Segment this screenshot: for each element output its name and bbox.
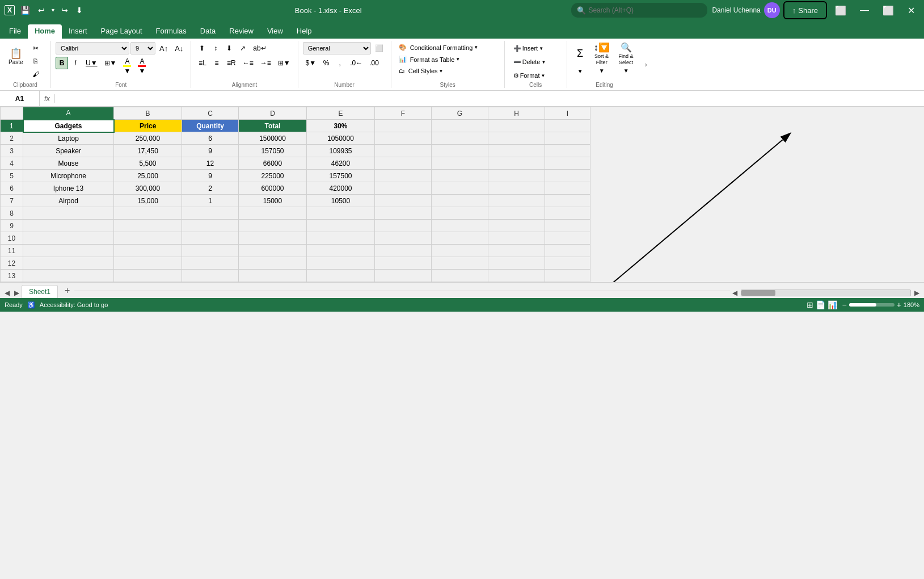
- cell-g5[interactable]: [432, 170, 488, 182]
- cut-button[interactable]: ✂: [29, 42, 42, 54]
- row-header-10[interactable]: 10: [1, 232, 23, 245]
- sheet-scroll-left[interactable]: ◀: [2, 288, 12, 298]
- cell-f4[interactable]: [375, 157, 432, 170]
- zoom-in-button[interactable]: +: [897, 300, 901, 309]
- tab-file[interactable]: File: [2, 24, 28, 39]
- cell-b5[interactable]: 25,000: [114, 170, 182, 182]
- col-header-i[interactable]: I: [545, 107, 590, 120]
- cell-g7[interactable]: [432, 195, 488, 207]
- tab-help[interactable]: Help: [290, 24, 319, 39]
- customize-qat-button[interactable]: ⬇: [74, 5, 85, 16]
- cell-i4[interactable]: [545, 157, 590, 170]
- col-header-b[interactable]: B: [114, 107, 182, 120]
- normal-view-button[interactable]: ⊞: [807, 300, 813, 309]
- font-size-select[interactable]: 9: [130, 42, 155, 54]
- find-select-dropdown[interactable]: ▼: [615, 65, 638, 75]
- cell-c7[interactable]: 1: [182, 195, 239, 207]
- copy-button[interactable]: ⎘: [29, 55, 42, 68]
- align-right-button[interactable]: ≡R: [224, 57, 239, 69]
- decrease-decimal-button[interactable]: .0←: [347, 57, 365, 69]
- cell-a4[interactable]: Mouse: [23, 157, 114, 170]
- cell-a2[interactable]: Laptop: [23, 132, 114, 145]
- increase-font-button[interactable]: A↑: [157, 42, 171, 54]
- cell-f1[interactable]: [375, 120, 432, 132]
- underline-button[interactable]: U▼: [83, 57, 100, 69]
- cell-b1[interactable]: Price: [114, 120, 182, 132]
- comma-button[interactable]: ,: [334, 57, 346, 69]
- add-sheet-button[interactable]: +: [60, 283, 74, 298]
- cell-i6[interactable]: [545, 182, 590, 195]
- bold-button[interactable]: B: [56, 57, 68, 69]
- col-header-d[interactable]: D: [239, 107, 307, 120]
- cell-i2[interactable]: [545, 132, 590, 145]
- undo-dropdown[interactable]: ▼: [48, 6, 58, 14]
- sort-filter-dropdown[interactable]: ▼: [591, 65, 613, 75]
- col-header-f[interactable]: F: [375, 107, 432, 120]
- cell-d7[interactable]: 15000: [239, 195, 307, 207]
- format-cells-button[interactable]: ⚙ Format ▼: [509, 69, 550, 82]
- cell-h2[interactable]: [488, 132, 545, 145]
- zoom-out-button[interactable]: −: [842, 300, 846, 309]
- page-break-view-button[interactable]: 📊: [828, 300, 837, 309]
- cell-h7[interactable]: [488, 195, 545, 207]
- cell-e1[interactable]: 30%: [307, 120, 375, 132]
- search-input[interactable]: [588, 6, 702, 14]
- cell-h6[interactable]: [488, 182, 545, 195]
- autosum-button[interactable]: Σ: [572, 42, 589, 65]
- borders-button[interactable]: ⊞▼: [102, 57, 120, 69]
- cell-a7[interactable]: Airpod: [23, 195, 114, 207]
- ribbon-scroll-right[interactable]: ›: [642, 41, 650, 88]
- font-color-button[interactable]: A▼: [135, 57, 149, 69]
- tab-data[interactable]: Data: [193, 24, 222, 39]
- tab-insert[interactable]: Insert: [62, 24, 94, 39]
- cell-d4[interactable]: 66000: [239, 157, 307, 170]
- percent-button[interactable]: %: [320, 57, 332, 69]
- row-header-9[interactable]: 9: [1, 220, 23, 232]
- sheet-tab-sheet1[interactable]: Sheet1: [22, 285, 58, 298]
- undo-button[interactable]: ↩: [36, 5, 47, 16]
- cell-f5[interactable]: [375, 170, 432, 182]
- cell-f2[interactable]: [375, 132, 432, 145]
- cell-b7[interactable]: 15,000: [114, 195, 182, 207]
- sheet-scroll[interactable]: A B C D E F G H I 1 Gadgets Price Quant: [0, 107, 924, 282]
- cell-g4[interactable]: [432, 157, 488, 170]
- conditional-formatting-button[interactable]: 🎨 Conditional Formatting ▼: [396, 42, 482, 53]
- merge-center-button[interactable]: ⊞▼: [275, 57, 293, 69]
- align-bottom-button[interactable]: ⬇: [223, 42, 235, 54]
- cell-e4[interactable]: 46200: [307, 157, 375, 170]
- number-format-select[interactable]: General Number Currency Percentage: [303, 42, 371, 54]
- cell-d2[interactable]: 1500000: [239, 132, 307, 145]
- col-header-a[interactable]: A: [23, 107, 114, 120]
- search-box[interactable]: 🔍: [571, 3, 707, 18]
- row-header-2[interactable]: 2: [1, 132, 23, 145]
- increase-decimal-button[interactable]: .00: [366, 57, 382, 69]
- row-header-1[interactable]: 1: [1, 120, 23, 132]
- cell-e6[interactable]: 420000: [307, 182, 375, 195]
- minimize-button[interactable]: —: [855, 0, 874, 20]
- row-header-7[interactable]: 7: [1, 195, 23, 207]
- font-family-select[interactable]: Calibri: [56, 42, 129, 54]
- cell-a8[interactable]: [23, 207, 114, 220]
- tab-formulas[interactable]: Formulas: [149, 24, 193, 39]
- col-header-e[interactable]: E: [307, 107, 375, 120]
- formula-input[interactable]: [55, 95, 924, 103]
- cell-c3[interactable]: 9: [182, 145, 239, 157]
- align-center-button[interactable]: ≡: [210, 57, 223, 69]
- find-select-button[interactable]: 🔍 Find & Select: [615, 42, 638, 65]
- delete-cells-button[interactable]: ➖ Delete ▼: [509, 56, 550, 68]
- maximize-button[interactable]: ⬜: [878, 0, 898, 20]
- cell-b2[interactable]: 250,000: [114, 132, 182, 145]
- close-button[interactable]: ✕: [903, 0, 919, 20]
- row-header-11[interactable]: 11: [1, 245, 23, 257]
- cell-b3[interactable]: 17,450: [114, 145, 182, 157]
- cell-d5[interactable]: 225000: [239, 170, 307, 182]
- cell-d3[interactable]: 157050: [239, 145, 307, 157]
- cell-b4[interactable]: 5,500: [114, 157, 182, 170]
- cell-f3[interactable]: [375, 145, 432, 157]
- cell-d6[interactable]: 600000: [239, 182, 307, 195]
- row-header-4[interactable]: 4: [1, 157, 23, 170]
- cell-f7[interactable]: [375, 195, 432, 207]
- hscroll-right[interactable]: ▶: [912, 288, 922, 298]
- cell-i3[interactable]: [545, 145, 590, 157]
- cell-g1[interactable]: [432, 120, 488, 132]
